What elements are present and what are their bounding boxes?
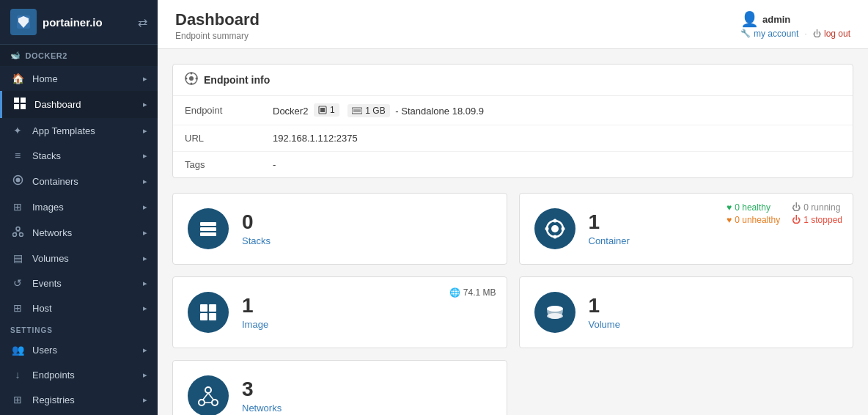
url-value: 192.168.1.112:2375 [261,125,853,152]
networks-arrow-icon: ▸ [143,228,147,238]
users-arrow-icon: ▸ [143,345,147,355]
registries-icon: ⊞ [10,394,25,405]
my-account-link[interactable]: my account [754,29,798,39]
images-tile-icon [188,292,229,333]
endpoint-info-title: Endpoint info [204,74,270,86]
user-avatar-icon: 👤 [740,10,759,28]
sidebar-label-dashboard: Dashboard [34,99,143,110]
volumes-tile-info: 1 Volume [589,295,620,330]
svg-point-41 [199,400,205,405]
svg-point-32 [561,227,564,231]
home-arrow-icon: ▸ [143,74,147,84]
sidebar-label-home: Home [32,73,143,84]
events-icon: ↺ [10,277,25,289]
svg-rect-36 [209,313,216,320]
sidebar-item-endpoints[interactable]: ↓ Endpoints ▸ [0,362,158,387]
docker-section-header: 🐋 DOCKER2 [0,45,158,66]
sidebar-label-stacks: Stacks [32,150,143,161]
svg-point-28 [551,225,559,232]
svg-point-17 [185,78,188,80]
svg-rect-3 [14,104,19,109]
sidebar-item-dashboard[interactable]: Dashboard ▸ [0,91,158,118]
stacks-tile-info: 0 Stacks [242,212,271,246]
images-arrow-icon: ▸ [143,202,147,212]
sidebar-item-volumes[interactable]: ▤ Volumes ▸ [0,246,158,271]
sidebar-item-containers[interactable]: Containers ▸ [0,168,158,194]
containers-tile[interactable]: 1 Container ♥ 0 healthy ♥ 0 unhealthy [519,193,854,265]
svg-line-44 [208,393,213,400]
sidebar-item-users[interactable]: 👥 Users ▸ [0,337,158,362]
svg-rect-1 [14,98,19,103]
dashboard-content: Endpoint info Endpoint Docker2 1 1 GB [158,49,868,415]
unhealthy-stat: ♥ 0 unhealthy [727,215,780,225]
svg-rect-4 [21,104,26,109]
stacks-tile[interactable]: 0 Stacks [172,193,507,265]
svg-line-10 [15,231,18,233]
svg-point-39 [547,313,563,319]
sidebar-label-images: Images [32,202,143,213]
endpoint-row: Endpoint Docker2 1 1 GB - Standalone 18.… [173,96,853,125]
networks-tile[interactable]: 3 Networks [172,360,507,415]
header-divider: · [804,28,807,39]
endpoint-value: Docker2 1 1 GB - Standalone 18.09.9 [261,96,853,125]
sidebar-item-host[interactable]: ⊞ Host ▸ [0,295,158,320]
container-run-stats: ⏻ 0 running ⏻ 1 stopped [792,202,842,225]
sidebar-label-events: Events [32,278,143,289]
svg-rect-33 [200,304,207,312]
images-size-icon: 🌐 [449,287,460,298]
stacks-icon: ≡ [10,150,25,161]
portainer-logo-icon [10,9,37,35]
unhealthy-heart-icon: ♥ [727,215,732,225]
networks-icon [10,226,25,239]
endpoint-info-table: Endpoint Docker2 1 1 GB - Standalone 18.… [173,96,853,177]
username-label: admin [762,14,790,25]
sidebar-logo: portainer.io ⇄ [0,0,158,45]
svg-point-8 [12,233,16,237]
sidebar-label-containers: Containers [32,176,143,187]
svg-rect-21 [352,108,362,114]
registries-arrow-icon: ▸ [143,395,147,405]
images-size-meta: 🌐 74.1 MB [449,287,496,298]
containers-label: Container [589,235,630,246]
sidebar-item-stacks[interactable]: ≡ Stacks ▸ [0,143,158,168]
sidebar-label-endpoints: Endpoints [32,370,143,381]
running-stat: ⏻ 0 running [792,202,842,213]
sidebar-item-networks[interactable]: Networks ▸ [0,219,158,246]
endpoint-info-icon [185,72,198,88]
sidebar-item-events[interactable]: ↺ Events ▸ [0,271,158,295]
sidebar-item-settings[interactable]: ⚙ Settings ▸ [0,412,158,415]
healthy-count: 0 healthy [735,202,770,213]
containers-tile-info: 1 Container [589,212,630,246]
logo-text: portainer.io [43,16,103,29]
users-icon: 👥 [10,344,25,356]
stacks-tile-icon [188,208,229,249]
dashboard-icon [12,98,27,111]
endpoints-icon: ↓ [10,369,25,381]
networks-label: Networks [242,403,282,414]
svg-point-6 [15,178,20,183]
volumes-tile[interactable]: 1 Volume [519,276,854,348]
swap-endpoints-icon[interactable]: ⇄ [138,15,147,29]
svg-point-40 [205,387,211,393]
sidebar-item-home[interactable]: 🏠 Home ▸ [0,66,158,91]
sidebar-item-images[interactable]: ⊞ Images ▸ [0,194,158,219]
svg-point-31 [545,227,548,231]
healthy-stat: ♥ 0 healthy [727,202,780,213]
containers-count: 1 [589,212,630,232]
networks-tile-info: 3 Networks [242,379,282,414]
svg-point-18 [196,78,198,80]
svg-rect-2 [21,98,26,103]
images-tile[interactable]: 1 Image 🌐 74.1 MB [172,276,507,348]
dashboard-arrow-icon: ▸ [143,100,147,109]
svg-point-29 [553,219,556,223]
volumes-count: 1 [589,295,620,316]
sidebar-label-networks: Networks [32,227,143,238]
sidebar-item-app-templates[interactable]: ✦ App Templates ▸ [0,118,158,143]
endpoint-label: Endpoint [173,96,261,125]
svg-point-7 [16,227,20,231]
logout-link[interactable]: log out [824,29,850,39]
sidebar-label-users: Users [32,345,143,356]
cpu-badge: 1 [314,103,339,117]
sidebar-label-volumes: Volumes [32,253,143,264]
sidebar-item-registries[interactable]: ⊞ Registries ▸ [0,387,158,412]
